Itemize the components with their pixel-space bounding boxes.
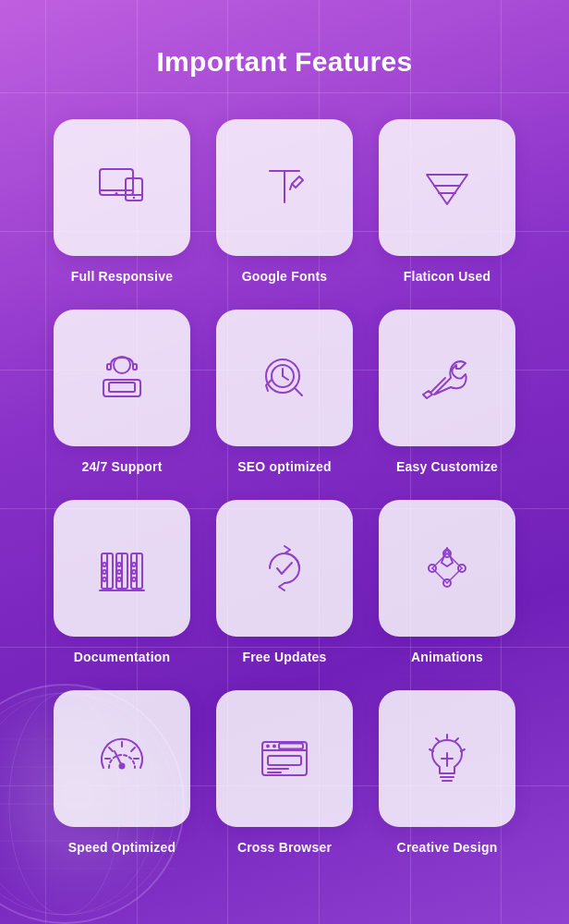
svg-rect-66 — [279, 744, 303, 749]
svg-point-13 — [133, 197, 135, 199]
feature-card-documentation — [54, 500, 190, 637]
feature-google-fonts: Google Fonts — [213, 119, 356, 284]
svg-line-29 — [295, 388, 302, 395]
feature-label-documentation: Documentation — [74, 650, 171, 664]
svg-marker-17 — [427, 175, 467, 204]
feature-label-flaticon-used: Flaticon Used — [404, 269, 490, 284]
feature-label-animations: Animations — [411, 650, 483, 664]
responsive-icon — [89, 154, 155, 221]
feature-creative: Creative Design — [376, 690, 518, 855]
svg-rect-22 — [109, 383, 135, 392]
browser-icon — [251, 725, 318, 792]
svg-point-10 — [115, 192, 118, 195]
feature-label-browser: Cross Browser — [237, 840, 332, 855]
feature-customize: Easy Customize — [376, 310, 518, 474]
svg-point-41 — [117, 563, 121, 566]
svg-point-38 — [103, 563, 106, 566]
feature-support: 24/7 Support — [51, 310, 193, 474]
svg-point-45 — [132, 570, 136, 574]
svg-point-43 — [117, 578, 121, 581]
feature-animations: Animations — [376, 500, 518, 664]
feature-label-support: 24/7 Support — [81, 459, 162, 474]
feature-card-support — [54, 310, 190, 446]
svg-rect-67 — [268, 756, 301, 765]
feature-label-customize: Easy Customize — [396, 459, 498, 474]
flaticon-icon — [414, 154, 480, 221]
feature-card-browser — [216, 690, 353, 827]
features-grid: Full Responsive Google Fonts — [51, 119, 518, 855]
updates-icon — [251, 535, 318, 602]
svg-line-74 — [436, 738, 439, 741]
svg-line-28 — [283, 376, 288, 380]
svg-line-16 — [290, 184, 292, 189]
svg-point-44 — [132, 563, 136, 566]
svg-point-46 — [132, 578, 136, 581]
feature-card-creative — [379, 690, 515, 827]
feature-label-full-responsive: Full Responsive — [71, 269, 173, 284]
svg-line-59 — [131, 748, 135, 751]
feature-updates: Free Updates — [213, 500, 356, 664]
animations-icon — [414, 535, 480, 602]
svg-point-65 — [272, 745, 276, 748]
feature-label-google-fonts: Google Fonts — [242, 269, 328, 284]
seo-icon — [251, 345, 318, 411]
creative-icon — [414, 725, 480, 792]
svg-line-53 — [432, 568, 447, 583]
feature-card-speed — [54, 690, 190, 827]
feature-flaticon-used: Flaticon Used — [376, 119, 518, 284]
speed-icon — [89, 725, 155, 792]
feature-documentation: Documentation — [51, 500, 193, 664]
svg-point-39 — [103, 570, 106, 574]
fonts-icon — [251, 154, 318, 221]
feature-full-responsive: Full Responsive — [51, 119, 193, 284]
feature-card-seo — [216, 310, 353, 446]
documentation-icon — [89, 535, 155, 602]
feature-card-customize — [379, 310, 515, 446]
feature-seo: SEO optimized — [213, 310, 356, 474]
svg-point-61 — [119, 763, 126, 770]
feature-card-full-responsive — [54, 119, 190, 256]
feature-card-animations — [379, 500, 515, 637]
page-title: Important Features — [51, 46, 518, 78]
feature-label-speed: Speed Optimized — [68, 840, 176, 855]
feature-card-flaticon-used — [379, 119, 515, 256]
support-icon — [89, 345, 155, 411]
svg-line-58 — [109, 748, 113, 751]
svg-line-73 — [455, 738, 458, 741]
feature-label-creative: Creative Design — [397, 840, 498, 855]
customize-icon — [414, 345, 480, 411]
svg-rect-24 — [133, 364, 137, 370]
feature-card-google-fonts — [216, 119, 353, 256]
feature-label-updates: Free Updates — [242, 650, 326, 664]
feature-speed: Speed Optimized — [51, 690, 193, 855]
feature-browser: Cross Browser — [213, 690, 356, 855]
svg-point-64 — [266, 745, 270, 748]
feature-card-updates — [216, 500, 353, 637]
svg-point-40 — [103, 578, 106, 581]
svg-line-54 — [447, 568, 462, 583]
svg-point-42 — [117, 570, 121, 574]
svg-rect-23 — [107, 364, 111, 370]
feature-label-seo: SEO optimized — [237, 459, 331, 474]
